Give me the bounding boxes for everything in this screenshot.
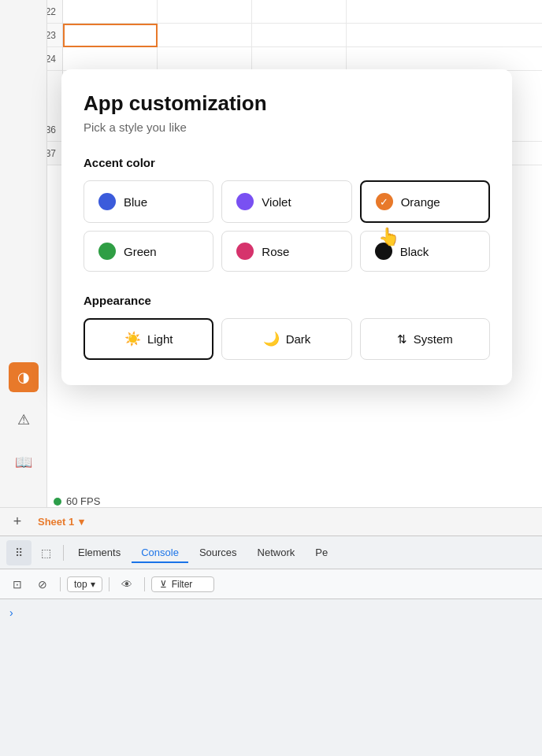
fps-dot bbox=[54, 498, 61, 506]
grid-cell[interactable] bbox=[252, 24, 347, 47]
filter-label: Filter bbox=[172, 579, 193, 590]
accent-color-label: Accent color bbox=[84, 156, 490, 169]
appearance-btn-dark[interactable]: 🌙 Dark bbox=[221, 318, 351, 360]
color-label-orange: Orange bbox=[401, 195, 440, 209]
toolbar-separator-2 bbox=[109, 577, 110, 591]
toolbar-separator bbox=[60, 577, 61, 591]
devtools-tab-bar: ⠿ ⬚ Elements Console Sources Network Pe bbox=[0, 536, 542, 569]
toolbar-separator-3 bbox=[144, 577, 145, 591]
sidebar-toggle-icon[interactable]: ⊡ bbox=[6, 573, 28, 595]
app-customization-modal: App customization Pick a style you like … bbox=[61, 69, 512, 385]
sheet-tab[interactable]: Sheet 1 ▾ bbox=[35, 514, 87, 529]
sidebar-icon-theme[interactable]: ◑ bbox=[9, 362, 39, 392]
grid-cell[interactable] bbox=[158, 47, 252, 71]
sidebar-icon-alert[interactable]: ⚠ bbox=[9, 405, 39, 435]
devtools-panel: ⠿ ⬚ Elements Console Sources Network Pe … bbox=[0, 536, 542, 756]
grid-row-24 bbox=[63, 47, 542, 71]
color-dot-violet bbox=[236, 193, 254, 210]
color-btn-blue[interactable]: Blue bbox=[84, 180, 213, 223]
devtools-icon-grid[interactable]: ⠿ bbox=[6, 540, 32, 565]
top-context-chevron: ▾ bbox=[91, 579, 95, 590]
fps-label: 60 FPS bbox=[66, 495, 100, 507]
color-btn-black[interactable]: Black bbox=[360, 231, 490, 272]
appearance-label: Appearance bbox=[84, 294, 490, 307]
color-btn-orange[interactable]: ✓ Orange bbox=[360, 180, 490, 223]
color-label-black: Black bbox=[400, 245, 429, 258]
tab-elements[interactable]: Elements bbox=[69, 543, 130, 563]
grid-row-22 bbox=[63, 0, 542, 24]
color-btn-green[interactable]: Green bbox=[84, 231, 213, 272]
dark-icon: 🌙 bbox=[263, 331, 280, 347]
color-btn-violet[interactable]: Violet bbox=[221, 180, 351, 223]
clear-icon[interactable]: ⊘ bbox=[32, 573, 54, 595]
devtools-toolbar: ⊡ ⊘ top ▾ 👁 ⊻ Filter bbox=[0, 569, 542, 599]
modal-title: App customization bbox=[84, 91, 490, 116]
devtools-icon-cursor[interactable]: ⬚ bbox=[33, 540, 58, 565]
add-sheet-button[interactable]: + bbox=[6, 511, 28, 533]
sheet-bar: + Sheet 1 ▾ bbox=[0, 507, 542, 536]
grid-cell[interactable] bbox=[158, 0, 252, 24]
color-dot-blue bbox=[98, 193, 116, 210]
appearance-label-system: System bbox=[414, 332, 453, 346]
grid-cell[interactable] bbox=[63, 47, 158, 71]
appearance-grid: ☀️ Light 🌙 Dark ⇅ System bbox=[84, 318, 490, 360]
color-dot-black bbox=[375, 243, 392, 260]
color-btn-rose[interactable]: Rose bbox=[221, 231, 351, 272]
grid-cell[interactable] bbox=[63, 0, 158, 24]
sheet-tab-chevron: ▾ bbox=[79, 516, 84, 528]
console-prompt-arrow[interactable]: › bbox=[9, 606, 13, 619]
top-context-label: top bbox=[74, 579, 87, 590]
tab-performance[interactable]: Pe bbox=[306, 543, 337, 563]
appearance-btn-system[interactable]: ⇅ System bbox=[360, 318, 490, 360]
color-dot-green bbox=[98, 243, 116, 260]
console-area[interactable]: › bbox=[0, 599, 542, 756]
grid-cell[interactable] bbox=[252, 0, 347, 24]
color-label-blue: Blue bbox=[124, 195, 147, 209]
color-label-violet: Violet bbox=[262, 195, 291, 209]
tab-separator bbox=[63, 545, 64, 561]
light-icon: ☀️ bbox=[124, 331, 141, 347]
color-grid: Blue Violet ✓ Orange Green Rose Black bbox=[84, 180, 490, 272]
grid-cell[interactable] bbox=[158, 24, 252, 47]
tab-console[interactable]: Console bbox=[132, 543, 188, 563]
selected-grid-cell[interactable] bbox=[63, 24, 158, 47]
sidebar-icon-docs[interactable]: 📖 bbox=[9, 447, 39, 477]
tab-network[interactable]: Network bbox=[248, 543, 305, 563]
filter-input[interactable]: ⊻ Filter bbox=[151, 576, 214, 592]
filter-funnel-icon: ⊻ bbox=[160, 579, 167, 590]
color-label-green: Green bbox=[124, 245, 157, 258]
color-dot-orange: ✓ bbox=[376, 193, 393, 210]
appearance-btn-light[interactable]: ☀️ Light bbox=[84, 318, 213, 360]
fps-indicator: 60 FPS bbox=[54, 495, 100, 507]
top-context-button[interactable]: top ▾ bbox=[67, 576, 102, 592]
appearance-label-dark: Dark bbox=[286, 332, 311, 346]
sheet-tab-label: Sheet 1 bbox=[38, 516, 74, 528]
modal-subtitle: Pick a style you like bbox=[84, 120, 490, 134]
tab-sources[interactable]: Sources bbox=[190, 543, 247, 563]
eye-icon[interactable]: 👁 bbox=[116, 573, 138, 595]
system-icon: ⇅ bbox=[397, 332, 407, 346]
left-sidebar: ◑ ⚠ 📖 bbox=[0, 0, 47, 543]
appearance-label-light: Light bbox=[147, 332, 173, 346]
grid-row-23 bbox=[63, 24, 542, 47]
grid-cell[interactable] bbox=[252, 47, 347, 71]
color-label-rose: Rose bbox=[262, 245, 289, 258]
color-dot-rose bbox=[236, 243, 254, 260]
